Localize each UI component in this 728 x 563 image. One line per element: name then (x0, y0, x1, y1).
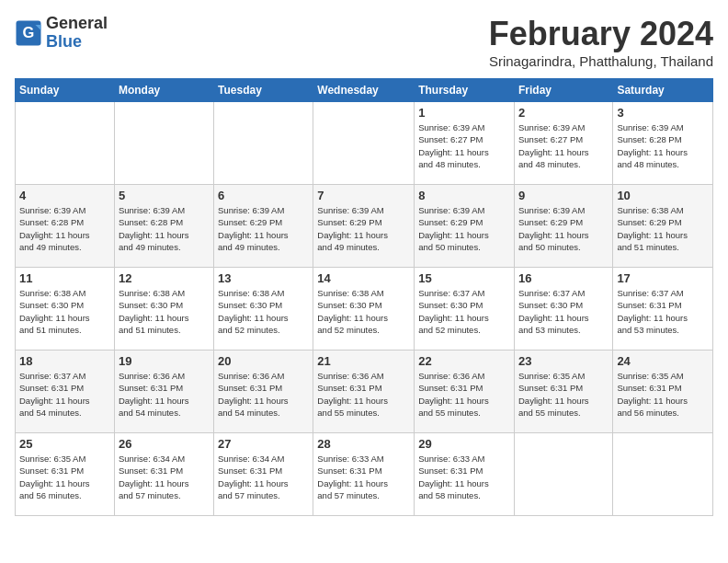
day-info: Sunrise: 6:37 AM Sunset: 6:31 PM Dayligh… (19, 370, 110, 419)
day-number: 2 (518, 106, 609, 120)
calendar-cell: 18Sunrise: 6:37 AM Sunset: 6:31 PM Dayli… (16, 350, 115, 433)
calendar-cell: 1Sunrise: 6:39 AM Sunset: 6:27 PM Daylig… (415, 102, 515, 185)
day-number: 25 (19, 437, 110, 451)
logo-icon: G (15, 19, 42, 47)
calendar-cell: 4Sunrise: 6:39 AM Sunset: 6:28 PM Daylig… (16, 185, 115, 268)
day-number: 6 (218, 189, 309, 202)
day-number: 28 (317, 437, 410, 451)
week-row-4: 18Sunrise: 6:37 AM Sunset: 6:31 PM Dayli… (16, 350, 713, 433)
calendar-cell: 19Sunrise: 6:36 AM Sunset: 6:31 PM Dayli… (114, 350, 213, 433)
calendar-cell: 6Sunrise: 6:39 AM Sunset: 6:29 PM Daylig… (214, 185, 313, 268)
calendar-cell: 27Sunrise: 6:34 AM Sunset: 6:31 PM Dayli… (214, 433, 313, 516)
day-info: Sunrise: 6:36 AM Sunset: 6:31 PM Dayligh… (418, 370, 510, 419)
week-row-5: 25Sunrise: 6:35 AM Sunset: 6:31 PM Dayli… (16, 433, 713, 516)
day-info: Sunrise: 6:39 AM Sunset: 6:27 PM Dayligh… (418, 121, 510, 170)
day-info: Sunrise: 6:38 AM Sunset: 6:30 PM Dayligh… (119, 287, 210, 336)
calendar-header-row: SundayMondayTuesdayWednesdayThursdayFrid… (16, 79, 713, 102)
logo: G General Blue (15, 15, 108, 52)
calendar-cell: 15Sunrise: 6:37 AM Sunset: 6:30 PM Dayli… (415, 268, 515, 350)
week-row-3: 11Sunrise: 6:38 AM Sunset: 6:30 PM Dayli… (16, 268, 713, 350)
calendar-cell (214, 102, 313, 185)
day-info: Sunrise: 6:38 AM Sunset: 6:30 PM Dayligh… (19, 287, 110, 336)
header-thursday: Thursday (415, 79, 515, 102)
calendar-cell: 25Sunrise: 6:35 AM Sunset: 6:31 PM Dayli… (16, 433, 115, 516)
day-number: 21 (317, 354, 410, 368)
day-number: 11 (19, 271, 110, 285)
header-wednesday: Wednesday (313, 79, 415, 102)
day-number: 23 (518, 354, 609, 368)
calendar-cell: 2Sunrise: 6:39 AM Sunset: 6:27 PM Daylig… (514, 102, 612, 185)
location-subtitle: Srinagarindra, Phatthalung, Thailand (489, 53, 713, 69)
calendar-cell: 9Sunrise: 6:39 AM Sunset: 6:29 PM Daylig… (514, 185, 612, 268)
calendar-cell (613, 433, 713, 516)
day-number: 4 (19, 189, 110, 202)
calendar-cell: 26Sunrise: 6:34 AM Sunset: 6:31 PM Dayli… (114, 433, 213, 516)
calendar-cell (16, 102, 115, 185)
calendar-cell (313, 102, 415, 185)
header-saturday: Saturday (613, 79, 713, 102)
day-info: Sunrise: 6:38 AM Sunset: 6:30 PM Dayligh… (317, 287, 410, 336)
calendar-table: SundayMondayTuesdayWednesdayThursdayFrid… (15, 78, 713, 516)
day-info: Sunrise: 6:36 AM Sunset: 6:31 PM Dayligh… (317, 370, 410, 419)
day-info: Sunrise: 6:39 AM Sunset: 6:29 PM Dayligh… (518, 204, 609, 253)
week-row-2: 4Sunrise: 6:39 AM Sunset: 6:28 PM Daylig… (16, 185, 713, 268)
day-info: Sunrise: 6:35 AM Sunset: 6:31 PM Dayligh… (617, 370, 709, 419)
day-info: Sunrise: 6:39 AM Sunset: 6:29 PM Dayligh… (218, 204, 309, 253)
calendar-cell: 14Sunrise: 6:38 AM Sunset: 6:30 PM Dayli… (313, 268, 415, 350)
calendar-cell: 7Sunrise: 6:39 AM Sunset: 6:29 PM Daylig… (313, 185, 415, 268)
day-number: 14 (317, 271, 410, 285)
day-info: Sunrise: 6:37 AM Sunset: 6:30 PM Dayligh… (518, 287, 609, 336)
calendar-cell: 28Sunrise: 6:33 AM Sunset: 6:31 PM Dayli… (313, 433, 415, 516)
day-number: 20 (218, 354, 309, 368)
day-info: Sunrise: 6:39 AM Sunset: 6:28 PM Dayligh… (19, 204, 110, 253)
calendar-cell: 11Sunrise: 6:38 AM Sunset: 6:30 PM Dayli… (16, 268, 115, 350)
title-block: February 2024 Srinagarindra, Phatthalung… (489, 15, 713, 69)
calendar-cell: 24Sunrise: 6:35 AM Sunset: 6:31 PM Dayli… (613, 350, 713, 433)
day-info: Sunrise: 6:39 AM Sunset: 6:27 PM Dayligh… (518, 121, 609, 170)
calendar-cell (114, 102, 213, 185)
day-info: Sunrise: 6:38 AM Sunset: 6:30 PM Dayligh… (218, 287, 309, 336)
day-number: 5 (119, 189, 210, 202)
day-number: 13 (218, 271, 309, 285)
day-info: Sunrise: 6:39 AM Sunset: 6:28 PM Dayligh… (119, 204, 210, 253)
day-number: 7 (317, 189, 410, 202)
day-info: Sunrise: 6:33 AM Sunset: 6:31 PM Dayligh… (317, 453, 410, 501)
day-number: 9 (518, 189, 609, 202)
calendar-cell: 10Sunrise: 6:38 AM Sunset: 6:29 PM Dayli… (613, 185, 713, 268)
calendar-cell: 5Sunrise: 6:39 AM Sunset: 6:28 PM Daylig… (114, 185, 213, 268)
calendar-cell: 16Sunrise: 6:37 AM Sunset: 6:30 PM Dayli… (514, 268, 612, 350)
calendar-cell: 29Sunrise: 6:33 AM Sunset: 6:31 PM Dayli… (415, 433, 515, 516)
calendar-cell: 22Sunrise: 6:36 AM Sunset: 6:31 PM Dayli… (415, 350, 515, 433)
header-monday: Monday (114, 79, 213, 102)
day-number: 16 (518, 271, 609, 285)
day-number: 24 (617, 354, 709, 368)
day-info: Sunrise: 6:37 AM Sunset: 6:31 PM Dayligh… (617, 287, 709, 336)
calendar-body: 1Sunrise: 6:39 AM Sunset: 6:27 PM Daylig… (16, 102, 713, 516)
day-info: Sunrise: 6:34 AM Sunset: 6:31 PM Dayligh… (218, 453, 309, 501)
calendar-cell: 20Sunrise: 6:36 AM Sunset: 6:31 PM Dayli… (214, 350, 313, 433)
day-number: 1 (418, 106, 510, 120)
calendar-cell: 12Sunrise: 6:38 AM Sunset: 6:30 PM Dayli… (114, 268, 213, 350)
logo-text: General Blue (46, 15, 108, 52)
day-number: 27 (218, 437, 309, 451)
calendar-cell: 21Sunrise: 6:36 AM Sunset: 6:31 PM Dayli… (313, 350, 415, 433)
day-info: Sunrise: 6:34 AM Sunset: 6:31 PM Dayligh… (119, 453, 210, 501)
day-number: 18 (19, 354, 110, 368)
day-info: Sunrise: 6:37 AM Sunset: 6:30 PM Dayligh… (418, 287, 510, 336)
day-number: 26 (119, 437, 210, 451)
day-number: 3 (617, 106, 709, 120)
header-sunday: Sunday (16, 79, 115, 102)
day-info: Sunrise: 6:39 AM Sunset: 6:29 PM Dayligh… (418, 204, 510, 253)
day-number: 17 (617, 271, 709, 285)
header-tuesday: Tuesday (214, 79, 313, 102)
day-number: 19 (119, 354, 210, 368)
day-number: 29 (418, 437, 510, 451)
day-info: Sunrise: 6:36 AM Sunset: 6:31 PM Dayligh… (119, 370, 210, 419)
day-info: Sunrise: 6:33 AM Sunset: 6:31 PM Dayligh… (418, 453, 510, 501)
day-info: Sunrise: 6:39 AM Sunset: 6:29 PM Dayligh… (317, 204, 410, 253)
day-info: Sunrise: 6:35 AM Sunset: 6:31 PM Dayligh… (518, 370, 609, 419)
calendar-cell (514, 433, 612, 516)
day-number: 8 (418, 189, 510, 202)
calendar-cell: 17Sunrise: 6:37 AM Sunset: 6:31 PM Dayli… (613, 268, 713, 350)
calendar-cell: 3Sunrise: 6:39 AM Sunset: 6:28 PM Daylig… (613, 102, 713, 185)
